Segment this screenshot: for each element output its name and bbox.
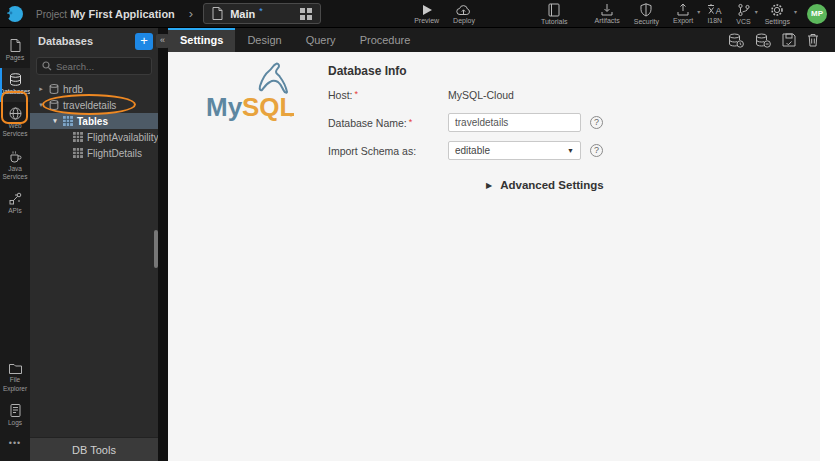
chevron-down-icon: ▾	[755, 8, 758, 15]
tree-node-traveldetails[interactable]: ▾ traveldetails	[30, 97, 158, 113]
right-scrollbar-track[interactable]	[820, 52, 835, 461]
sidebar-item-java-services[interactable]: Java Services	[0, 145, 30, 187]
add-database-button[interactable]: +	[135, 33, 153, 50]
help-icon[interactable]: ?	[590, 144, 603, 157]
project-name-label: My First Application	[70, 8, 175, 20]
import-schema-label: Import Schema as:	[328, 145, 448, 157]
svg-text:SQL: SQL	[242, 92, 294, 122]
tab-procedure[interactable]: Procedure	[348, 28, 423, 52]
sidebar-item-apis[interactable]: APIs	[0, 187, 30, 221]
chevron-collapsed-icon[interactable]: ▸	[37, 85, 45, 93]
sidebar-item-logs[interactable]: Logs	[0, 399, 30, 433]
artifacts-button[interactable]: Artifacts	[594, 3, 619, 24]
sidebar-item-web-services[interactable]: Web Services	[0, 102, 30, 144]
help-icon[interactable]: ?	[590, 116, 603, 129]
tree-node-label: FlightAvailability	[87, 132, 159, 143]
sidebar-item-databases[interactable]: Databases	[0, 68, 30, 102]
tutorials-button[interactable]: Tutorials	[541, 3, 568, 25]
tree-node-hrdb[interactable]: ▸ hrdb	[30, 81, 158, 97]
project-breadcrumb: Project My First Application	[36, 8, 175, 20]
deploy-button[interactable]: Deploy	[453, 4, 475, 24]
git-branch-icon: ▾	[737, 3, 751, 17]
active-page-tab[interactable]: Main *	[203, 3, 321, 24]
settings-button[interactable]: ▾ Settings	[765, 3, 790, 25]
log-document-icon	[10, 404, 21, 417]
host-label: Host:*	[328, 89, 448, 101]
reimport-database-icon[interactable]	[728, 33, 744, 48]
more-icon: •••	[9, 438, 21, 449]
download-tray-icon	[600, 3, 614, 16]
required-marker: *	[355, 89, 359, 99]
translate-icon: A	[707, 3, 722, 16]
sidebar-item-file-explorer[interactable]: File Explorer	[0, 358, 30, 398]
globe-icon	[9, 107, 22, 120]
page-file-icon	[212, 7, 223, 20]
db-tools-button[interactable]: DB Tools	[30, 437, 158, 461]
wavemaker-logo-icon[interactable]	[6, 5, 24, 23]
vcs-button[interactable]: ▾ VCS	[736, 3, 750, 25]
security-button[interactable]: Security	[634, 3, 659, 25]
user-avatar[interactable]: MP	[807, 4, 827, 24]
page-icon	[10, 39, 21, 52]
gear-icon: ▾	[770, 3, 784, 17]
database-tree: ▸ hrdb ▾ traveldetails ▾ Tables	[30, 81, 158, 161]
database-name-label: Database Name:*	[328, 117, 448, 129]
delete-icon[interactable]	[807, 33, 819, 47]
database-search[interactable]	[36, 57, 152, 75]
panel-title: Databases	[38, 35, 135, 47]
import-schema-select[interactable]: editable ▼	[448, 141, 581, 160]
selected-option: editable	[455, 145, 490, 156]
api-nodes-icon	[9, 192, 22, 205]
preview-button[interactable]: Preview	[414, 4, 439, 24]
database-icon	[9, 73, 22, 86]
sidebar-item-pages[interactable]: Pages	[0, 34, 30, 68]
pages-grid-icon[interactable]	[300, 8, 312, 20]
tree-node-flightavailability[interactable]: FlightAvailability	[30, 129, 158, 145]
tab-settings[interactable]: Settings	[168, 28, 235, 52]
tree-node-label: hrdb	[63, 84, 83, 95]
search-input[interactable]	[56, 61, 146, 72]
svg-text:A: A	[716, 6, 722, 16]
section-collapsed-icon: ▶	[486, 181, 492, 190]
tab-query[interactable]: Query	[294, 28, 348, 52]
tree-node-tables[interactable]: ▾ Tables	[30, 113, 158, 129]
tree-node-label: traveldetails	[63, 100, 116, 111]
settings-form-area: My SQL Database Info Host:* MySQL-Cloud	[168, 52, 820, 461]
advanced-settings-label: Advanced Settings	[500, 179, 604, 191]
update-database-icon[interactable]	[755, 33, 771, 48]
database-name-input[interactable]	[448, 113, 581, 132]
database-info-heading: Database Info	[328, 64, 820, 78]
chevron-down-icon: ▾	[697, 8, 700, 15]
tab-design[interactable]: Design	[235, 28, 293, 52]
unsaved-indicator: *	[259, 6, 263, 16]
search-icon	[42, 61, 52, 71]
page-tab-label: Main	[230, 8, 255, 20]
top-bar: Project My First Application › Main * Pr…	[0, 0, 835, 28]
svg-text:My: My	[206, 92, 243, 122]
tree-node-label: FlightDetails	[87, 148, 142, 159]
dropdown-caret-icon: ▼	[567, 147, 574, 154]
table-icon	[73, 148, 83, 158]
export-button[interactable]: ▾ Export	[673, 3, 693, 24]
chevron-expanded-icon[interactable]: ▾	[37, 101, 45, 109]
tables-folder-icon	[63, 116, 73, 126]
service-tabbar: Settings Design Query Procedure	[168, 28, 835, 52]
chevron-right-icon: ›	[189, 6, 193, 21]
i18n-button[interactable]: A I18N	[707, 3, 722, 24]
database-icon	[49, 100, 59, 110]
collapse-panel-button[interactable]: «	[156, 34, 169, 48]
play-icon	[421, 4, 433, 16]
tree-node-flightdetails[interactable]: FlightDetails	[30, 145, 158, 161]
app-window: Project My First Application › Main * Pr…	[0, 0, 835, 461]
more-menu-button[interactable]: •••	[0, 433, 30, 455]
book-icon	[548, 3, 560, 17]
shield-icon	[640, 3, 652, 17]
folder-icon	[9, 363, 22, 374]
project-prefix-label: Project	[36, 9, 67, 20]
table-icon	[73, 132, 83, 142]
save-icon[interactable]	[782, 33, 796, 47]
panel-gutter: «	[158, 28, 168, 461]
advanced-settings-toggle[interactable]: ▶ Advanced Settings	[486, 179, 820, 191]
tree-node-label: Tables	[77, 116, 108, 127]
chevron-expanded-icon[interactable]: ▾	[51, 117, 59, 125]
